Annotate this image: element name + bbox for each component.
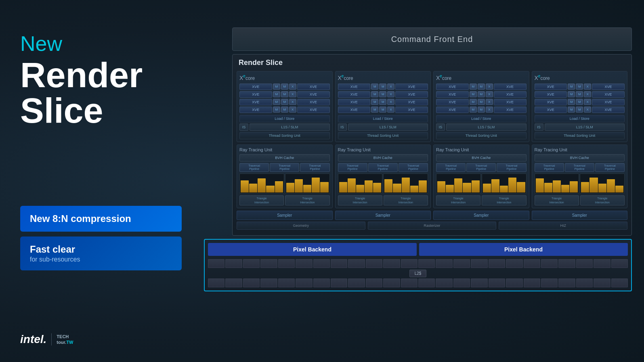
traversal-cell: TraversalPipeline: [399, 163, 428, 172]
ray-tracing-3: Ray Tracing Unit BVH Cache TraversalPipe…: [433, 144, 529, 208]
l2-cell: [436, 278, 452, 287]
xve-row: XVE M M X XVE: [535, 91, 625, 98]
xve-cell: XVE: [338, 107, 371, 113]
xve-cell: XVE: [239, 107, 272, 113]
l2-cell: [296, 278, 312, 287]
xve-cell: XVE: [395, 107, 428, 113]
ray-tracing-2-header: Ray Tracing Unit: [338, 147, 428, 152]
xve-cell: XVE: [535, 84, 567, 90]
sampler-row: Sampler Sampler Sampler Sampler: [237, 211, 627, 220]
m-cell: M: [568, 107, 575, 113]
triangle-cell: TriangleIntersection: [285, 195, 329, 205]
l2-cell: [208, 278, 224, 287]
feature-box-fast-clear-subtitle: for sub-resources: [30, 256, 172, 263]
slide-title: Render Slice: [20, 57, 190, 128]
traversal-pipelines-1: TraversalPipeline TraversalPipeline Trav…: [239, 163, 330, 172]
thread-sorting-4: Thread Sorting Unit: [535, 132, 625, 139]
ray-tracing-3-header: Ray Tracing Unit: [436, 147, 527, 152]
cmd-front-end: Command Front End: [232, 27, 632, 51]
m-cell: X: [387, 107, 394, 113]
m-cell: X: [486, 107, 493, 113]
l2-cell: [366, 259, 382, 268]
ray-bars-4a: [535, 174, 579, 194]
l2-cell: [383, 278, 400, 287]
bvh-cache-3: BVH Cache: [436, 154, 527, 161]
m-cell: M: [273, 107, 280, 113]
l2-cell: [453, 278, 470, 287]
xve-cell: XVE: [592, 107, 625, 113]
bottom-section: Pixel Backend Pixel Backend: [204, 239, 632, 291]
ray-tracing-1-header: Ray Tracing Unit: [239, 147, 330, 152]
m-cell: M: [379, 84, 386, 90]
ray-tracing-grid: Ray Tracing Unit BVH Cache TraversalPipe…: [237, 144, 627, 208]
sampler-1: Sampler: [237, 211, 333, 220]
traversal-cell: TraversalPipeline: [338, 163, 367, 172]
xve-cell: XVE: [297, 99, 330, 105]
arch-diagram: Command Front End Render Slice Xecore XV…: [232, 27, 632, 236]
m-cell: M: [470, 84, 477, 90]
l2-label-row: L2$: [208, 270, 628, 277]
ray-bars-1a: [239, 174, 284, 194]
m-cell: X: [584, 99, 591, 105]
l2-cell: [401, 259, 417, 268]
m-cell: X: [387, 84, 394, 90]
m-cell: X: [289, 91, 296, 97]
l2-cell: [506, 259, 522, 268]
m-cell: M: [568, 84, 575, 90]
xe-core-1: Xecore XVE M M X XVE XVE M: [237, 71, 333, 142]
triangle-cell: TriangleIntersection: [436, 195, 480, 205]
xve-cell: XVE: [436, 107, 469, 113]
m-cell: X: [289, 99, 296, 105]
is-cell: IS: [436, 123, 445, 131]
l2-cell: [296, 259, 312, 268]
xve-cell: XVE: [297, 91, 330, 98]
intel-wordmark: intel.: [20, 333, 46, 346]
l2-cell: [331, 259, 347, 268]
xve-cell: XVE: [338, 84, 371, 90]
bvh-cache-1: BVH Cache: [239, 154, 330, 161]
pixel-backend-2: Pixel Backend: [419, 243, 628, 256]
m-cell: M: [576, 91, 583, 97]
l2-cell: [489, 259, 505, 268]
traversal-cell: TraversalPipeline: [535, 163, 564, 172]
bvh-cache-4: BVH Cache: [535, 154, 625, 161]
traversal-cell: TraversalPipeline: [300, 163, 329, 172]
l2-cell: [225, 278, 242, 287]
m-cell: X: [486, 99, 493, 105]
xve-cell: XVE: [239, 91, 272, 98]
ray-tracing-4: Ray Tracing Unit BVH Cache TraversalPipe…: [532, 144, 628, 208]
ray-bars-4b: [580, 174, 625, 194]
xve-rows-4: XVE M M X XVE XVE M M X XVE: [535, 84, 625, 113]
m-cell: M: [470, 107, 477, 113]
traversal-cell: TraversalPipeline: [436, 163, 466, 172]
xe-core-3-header: Xecore: [436, 74, 527, 81]
xve-cell: XVE: [395, 84, 428, 90]
xve-rows-3: XVE M M X XVE XVE M M X XVE: [436, 84, 527, 113]
triangle-cell: TriangleIntersection: [338, 195, 382, 205]
xve-row: XVE M M X XVE: [239, 107, 330, 113]
l2-cell: [418, 278, 435, 287]
xve-row: XVE M M X XVE: [436, 107, 527, 113]
xve-row: XVE M M X XVE: [338, 99, 428, 105]
l2-cell: [594, 259, 610, 268]
l2-cell: [418, 259, 435, 268]
xve-row: XVE M M X XVE: [338, 84, 428, 90]
m-cell: X: [289, 107, 296, 113]
l2-cell: [436, 259, 452, 268]
triangle-cell: TriangleIntersection: [482, 195, 526, 205]
l2-cell: [208, 259, 224, 268]
is-cell: IS: [338, 123, 347, 131]
load-store-3: Load / Store: [436, 115, 527, 122]
l2-cell: [366, 278, 382, 287]
xe-core-2: Xecore XVE M M X XVE XVE M: [335, 71, 431, 142]
l2-cell: [331, 278, 347, 287]
feature-box-fast-clear-title: Fast clear: [30, 244, 172, 255]
xve-cell: XVE: [494, 91, 527, 98]
xe-core-4-header: Xecore: [535, 74, 625, 81]
is-lis-row-4: IS L1S / SLM: [535, 123, 625, 131]
xve-cell: XVE: [338, 91, 371, 98]
traversal-cell: TraversalPipeline: [595, 163, 625, 172]
l2-cell: [611, 278, 628, 287]
thread-sorting-1: Thread Sorting Unit: [239, 132, 330, 139]
traversal-cell: TraversalPipeline: [565, 163, 594, 172]
